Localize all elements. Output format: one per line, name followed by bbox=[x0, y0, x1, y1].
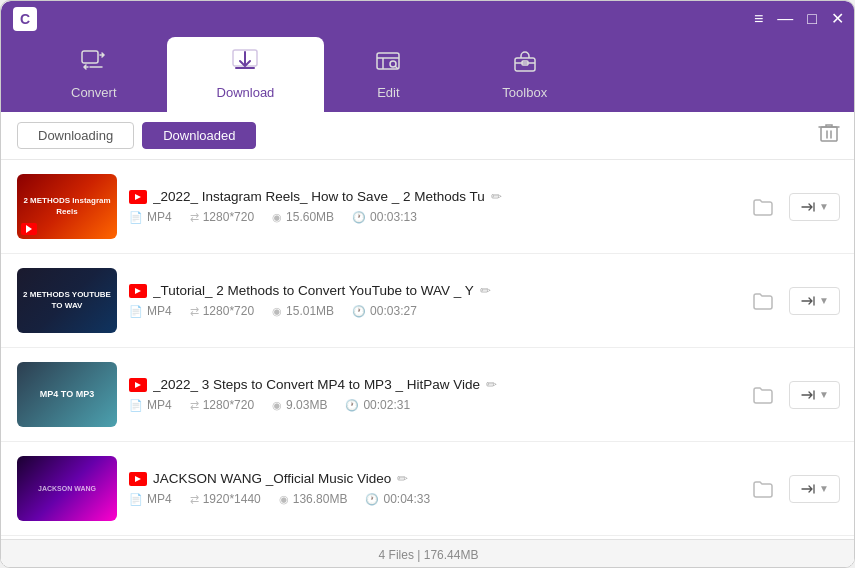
clock-icon: 🕐 bbox=[352, 305, 366, 318]
clock-icon: 🕐 bbox=[352, 211, 366, 224]
convert-button[interactable]: ▼ bbox=[789, 475, 840, 503]
sub-header: Downloading Downloaded bbox=[1, 112, 855, 160]
file-actions: ▼ bbox=[747, 191, 840, 223]
file-title: _2022_ 3 Steps to Convert MP4 to MP3 _ H… bbox=[153, 377, 480, 392]
toolbox-icon bbox=[511, 49, 539, 79]
edit-title-icon[interactable]: ✏ bbox=[480, 283, 491, 298]
size-meta: ◉ 9.03MB bbox=[272, 398, 327, 412]
tab-toolbox[interactable]: Toolbox bbox=[452, 37, 597, 112]
resolution-meta: ⇄ 1280*720 bbox=[190, 304, 254, 318]
size-icon: ◉ bbox=[272, 211, 282, 224]
duration-meta: 🕐 00:03:27 bbox=[352, 304, 417, 318]
convert-chevron-icon: ▼ bbox=[819, 201, 829, 212]
tab-download[interactable]: Download bbox=[167, 37, 325, 112]
content-wrapper: 2 METHODS Instagram Reels _2022_ Instagr… bbox=[1, 160, 855, 568]
minimize-icon[interactable]: — bbox=[777, 11, 793, 27]
convert-button[interactable]: ▼ bbox=[789, 287, 840, 315]
resolution-icon: ⇄ bbox=[190, 399, 199, 412]
convert-chevron-icon: ▼ bbox=[819, 295, 829, 306]
format-meta: 📄 MP4 bbox=[129, 492, 172, 506]
delete-all-button[interactable] bbox=[818, 122, 840, 149]
file-list: 2 METHODS Instagram Reels _2022_ Instagr… bbox=[1, 160, 855, 566]
resolution-meta: ⇄ 1280*720 bbox=[190, 398, 254, 412]
file-icon: 📄 bbox=[129, 211, 143, 224]
size-meta: ◉ 136.80MB bbox=[279, 492, 348, 506]
file-icon: 📄 bbox=[129, 399, 143, 412]
open-folder-button[interactable] bbox=[747, 473, 779, 505]
file-info: _2022_ Instagram Reels_ How to Save _ 2 … bbox=[129, 189, 735, 224]
subtab-downloaded[interactable]: Downloaded bbox=[142, 122, 256, 149]
file-info: _Tutorial_ 2 Methods to Convert YouTube … bbox=[129, 283, 735, 318]
tab-toolbox-label: Toolbox bbox=[502, 85, 547, 100]
footer: 4 Files | 176.44MB bbox=[1, 539, 855, 568]
size-icon: ◉ bbox=[272, 399, 282, 412]
resolution-meta: ⇄ 1920*1440 bbox=[190, 492, 261, 506]
format-meta: 📄 MP4 bbox=[129, 210, 172, 224]
file-meta: 📄 MP4 ⇄ 1280*720 ◉ 9.03MB 🕐 bbox=[129, 398, 735, 412]
thumbnail: 2 METHODS Instagram Reels bbox=[17, 174, 117, 239]
resolution-icon: ⇄ bbox=[190, 211, 199, 224]
open-folder-button[interactable] bbox=[747, 191, 779, 223]
file-actions: ▼ bbox=[747, 285, 840, 317]
convert-button[interactable]: ▼ bbox=[789, 381, 840, 409]
file-title: _2022_ Instagram Reels_ How to Save _ 2 … bbox=[153, 189, 485, 204]
file-title-row: _2022_ Instagram Reels_ How to Save _ 2 … bbox=[129, 189, 735, 204]
app-window: C ≡ — □ ✕ Convert bbox=[1, 1, 855, 568]
file-title-row: _2022_ 3 Steps to Convert MP4 to MP3 _ H… bbox=[129, 377, 735, 392]
size-meta: ◉ 15.60MB bbox=[272, 210, 334, 224]
convert-icon bbox=[80, 49, 108, 79]
size-icon: ◉ bbox=[279, 493, 289, 506]
maximize-icon[interactable]: □ bbox=[807, 11, 817, 27]
file-count-label: 4 Files | 176.44MB bbox=[379, 548, 479, 562]
resolution-icon: ⇄ bbox=[190, 493, 199, 506]
file-meta: 📄 MP4 ⇄ 1280*720 ◉ 15.01MB 🕐 bbox=[129, 304, 735, 318]
youtube-badge bbox=[129, 190, 147, 204]
list-item: 2 METHODS Instagram Reels _2022_ Instagr… bbox=[1, 160, 855, 254]
resolution-icon: ⇄ bbox=[190, 305, 199, 318]
list-item: MP4 TO MP3 _2022_ 3 Steps to Convert MP4… bbox=[1, 348, 855, 442]
convert-button[interactable]: ▼ bbox=[789, 193, 840, 221]
duration-meta: 🕐 00:03:13 bbox=[352, 210, 417, 224]
edit-title-icon[interactable]: ✏ bbox=[486, 377, 497, 392]
youtube-badge bbox=[129, 378, 147, 392]
window-controls: ≡ — □ ✕ bbox=[754, 11, 844, 27]
tab-convert[interactable]: Convert bbox=[21, 37, 167, 112]
file-title-row: _Tutorial_ 2 Methods to Convert YouTube … bbox=[129, 283, 735, 298]
menu-icon[interactable]: ≡ bbox=[754, 11, 763, 27]
open-folder-button[interactable] bbox=[747, 285, 779, 317]
tab-convert-label: Convert bbox=[71, 85, 117, 100]
subtab-downloading[interactable]: Downloading bbox=[17, 122, 134, 149]
file-title: _Tutorial_ 2 Methods to Convert YouTube … bbox=[153, 283, 474, 298]
clock-icon: 🕐 bbox=[365, 493, 379, 506]
convert-chevron-icon: ▼ bbox=[819, 389, 829, 400]
clock-icon: 🕐 bbox=[345, 399, 359, 412]
youtube-badge bbox=[129, 472, 147, 486]
tab-edit-label: Edit bbox=[377, 85, 399, 100]
youtube-badge bbox=[129, 284, 147, 298]
file-title-row: JACKSON WANG _Official Music Video ✏ bbox=[129, 471, 735, 486]
nav-tabs: Convert Download Edit bbox=[1, 37, 855, 112]
file-actions: ▼ bbox=[747, 473, 840, 505]
file-title: JACKSON WANG _Official Music Video bbox=[153, 471, 391, 486]
open-folder-button[interactable] bbox=[747, 379, 779, 411]
tab-download-label: Download bbox=[217, 85, 275, 100]
file-info: _2022_ 3 Steps to Convert MP4 to MP3 _ H… bbox=[129, 377, 735, 412]
list-item: JACKSON WANG JACKSON WANG _Official Musi… bbox=[1, 442, 855, 536]
file-meta: 📄 MP4 ⇄ 1920*1440 ◉ 136.80MB 🕐 bbox=[129, 492, 735, 506]
edit-title-icon[interactable]: ✏ bbox=[491, 189, 502, 204]
close-icon[interactable]: ✕ bbox=[831, 11, 844, 27]
format-meta: 📄 MP4 bbox=[129, 398, 172, 412]
edit-title-icon[interactable]: ✏ bbox=[397, 471, 408, 486]
size-meta: ◉ 15.01MB bbox=[272, 304, 334, 318]
file-icon: 📄 bbox=[129, 305, 143, 318]
duration-meta: 🕐 00:02:31 bbox=[345, 398, 410, 412]
duration-meta: 🕐 00:04:33 bbox=[365, 492, 430, 506]
download-icon bbox=[231, 49, 259, 79]
svg-rect-0 bbox=[82, 51, 98, 63]
svg-rect-6 bbox=[821, 127, 837, 141]
thumbnail: JACKSON WANG bbox=[17, 456, 117, 521]
tab-edit[interactable]: Edit bbox=[324, 37, 452, 112]
edit-icon bbox=[374, 49, 402, 79]
file-actions: ▼ bbox=[747, 379, 840, 411]
file-info: JACKSON WANG _Official Music Video ✏ 📄 M… bbox=[129, 471, 735, 506]
